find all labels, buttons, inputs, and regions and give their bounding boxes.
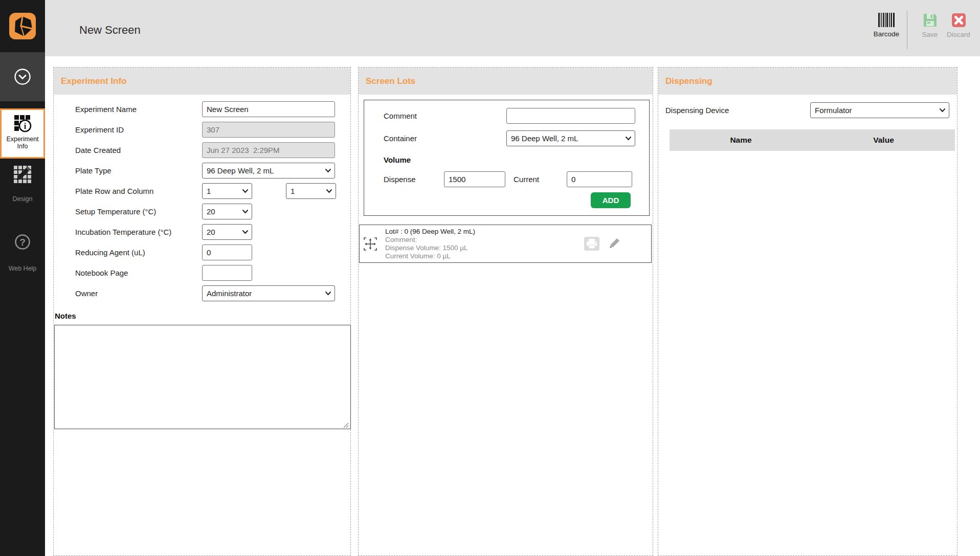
svg-text:?: ? xyxy=(19,237,26,248)
topbar-actions: Barcode Save Discard xyxy=(872,12,973,49)
dispensing-panel-title: Dispensing xyxy=(658,68,957,95)
notes-label: Notes xyxy=(55,312,350,320)
dispense-current-row: Dispense Current xyxy=(364,170,649,188)
column-header-name: Name xyxy=(670,129,812,151)
lot-current-volume: Current Volume: 0 µL xyxy=(385,252,584,260)
sidebar-collapse-button[interactable] xyxy=(0,52,45,101)
pencil-icon xyxy=(608,237,620,250)
plate-type-label: Plate Type xyxy=(75,166,202,175)
sidebar: i Experiment Info Design ? Web Help xyxy=(0,0,45,556)
experiment-info-panel: Experiment Info Experiment Name Experime… xyxy=(53,67,351,556)
app-logo[interactable] xyxy=(0,0,45,52)
plate-design-icon xyxy=(13,165,32,184)
owner-select[interactable]: Administrator xyxy=(202,285,335,301)
svg-text:i: i xyxy=(24,122,27,130)
lot-comment: Comment: xyxy=(385,236,584,244)
plate-row-select[interactable]: 1 xyxy=(202,183,252,199)
app-logo-icon xyxy=(9,12,36,40)
setup-temperature-select[interactable]: 20 xyxy=(202,204,252,219)
discard-button[interactable]: Discard xyxy=(944,12,973,38)
dispensing-table-header: Name Value xyxy=(670,129,955,151)
setup-temperature-row: Setup Temperature (°C) 20 xyxy=(54,201,350,221)
page-title: New Screen xyxy=(79,24,141,37)
topbar-divider xyxy=(907,10,907,49)
plate-type-select[interactable]: 96 Deep Well, 2 mL xyxy=(202,163,335,179)
current-input[interactable] xyxy=(567,171,632,187)
dispense-label: Dispense xyxy=(384,175,444,184)
notebook-page-input[interactable] xyxy=(202,265,252,281)
notebook-page-row: Notebook Page xyxy=(54,262,350,283)
plate-row-column-label: Plate Row and Column xyxy=(75,187,202,195)
edit-lot-button[interactable] xyxy=(608,237,620,250)
top-bar: New Screen Barcode Save xyxy=(45,0,980,56)
save-button[interactable]: Save xyxy=(916,12,944,38)
date-created-input xyxy=(202,142,335,158)
save-icon xyxy=(922,12,938,28)
experiment-id-label: Experiment ID xyxy=(75,125,202,134)
save-label: Save xyxy=(922,31,938,38)
plate-column-select[interactable]: 1 xyxy=(286,183,336,199)
plate-info-icon: i xyxy=(13,114,32,132)
current-label: Current xyxy=(514,175,567,184)
sidebar-item-web-help[interactable]: ? Web Help xyxy=(0,233,45,272)
notebook-page-label: Notebook Page xyxy=(75,269,202,277)
experiment-name-label: Experiment Name xyxy=(75,105,202,114)
dispense-input[interactable] xyxy=(444,171,505,187)
add-lot-button[interactable]: ADD xyxy=(591,192,631,208)
experiment-info-form: Experiment Name Experiment ID Date Creat… xyxy=(54,99,350,303)
sidebar-item-label: Design xyxy=(13,195,33,203)
experiment-name-row: Experiment Name xyxy=(54,99,350,119)
incubation-temperature-label: Incubation Temperature (°C) xyxy=(75,228,202,236)
experiment-info-panel-title: Experiment Info xyxy=(54,68,350,95)
lot-details: Lot# : 0 (96 Deep Well, 2 mL) Comment: D… xyxy=(385,228,584,260)
print-lot-button[interactable] xyxy=(584,237,599,251)
experiment-name-input[interactable] xyxy=(202,101,335,117)
drag-handle-icon[interactable] xyxy=(364,237,377,251)
lot-list-item[interactable]: Lot# : 0 (96 Deep Well, 2 mL) Comment: D… xyxy=(359,225,652,263)
screen-lots-panel-title: Screen Lots xyxy=(359,68,653,95)
comment-input[interactable] xyxy=(506,108,635,124)
reducing-agent-input[interactable] xyxy=(202,244,252,260)
screen-lots-panel: Screen Lots Comment Container 96 Deep We… xyxy=(358,67,653,556)
column-header-value: Value xyxy=(812,129,955,151)
discard-label: Discard xyxy=(947,31,970,38)
experiment-id-row: Experiment ID xyxy=(54,119,350,140)
plate-row-column-row: Plate Row and Column 1 1 xyxy=(54,181,350,201)
printer-icon xyxy=(584,237,599,251)
plate-type-row: Plate Type 96 Deep Well, 2 mL xyxy=(54,160,350,181)
date-created-row: Date Created xyxy=(54,140,350,160)
date-created-label: Date Created xyxy=(75,146,202,154)
dispensing-panel: Dispensing Dispensing Device Formulator … xyxy=(658,67,957,556)
comment-label: Comment xyxy=(384,112,506,120)
container-label: Container xyxy=(384,134,506,143)
owner-label: Owner xyxy=(75,289,202,298)
incubation-temperature-select[interactable]: 20 xyxy=(202,224,252,240)
help-icon: ? xyxy=(14,233,31,251)
lot-title: Lot# : 0 (96 Deep Well, 2 mL) xyxy=(385,228,584,236)
container-select[interactable]: 96 Deep Well, 2 mL xyxy=(506,130,635,146)
dispensing-device-row: Dispensing Device Formulator xyxy=(658,101,957,119)
owner-row: Owner Administrator xyxy=(54,283,350,303)
barcode-button[interactable]: Barcode xyxy=(872,12,901,38)
dispensing-device-label: Dispensing Device xyxy=(665,106,810,115)
lot-entry-box: Comment Container 96 Deep Well, 2 mL Vol… xyxy=(364,100,650,216)
barcode-icon xyxy=(878,12,895,28)
sidebar-item-label: Web Help xyxy=(9,265,37,272)
comment-row: Comment xyxy=(364,106,649,125)
setup-temperature-label: Setup Temperature (°C) xyxy=(75,207,202,216)
volume-label: Volume xyxy=(384,155,411,164)
volume-row: Volume xyxy=(364,154,649,165)
reducing-agent-row: Reducing Agent (uL) xyxy=(54,242,350,262)
container-row: Container 96 Deep Well, 2 mL xyxy=(364,129,649,147)
sidebar-item-experiment-info[interactable]: i Experiment Info xyxy=(0,108,45,159)
incubation-temperature-row: Incubation Temperature (°C) 20 xyxy=(54,221,350,242)
reducing-agent-label: Reducing Agent (uL) xyxy=(75,248,202,257)
experiment-id-input xyxy=(202,122,335,138)
sidebar-item-design[interactable]: Design xyxy=(0,165,45,203)
discard-icon xyxy=(951,12,967,28)
barcode-label: Barcode xyxy=(874,30,899,38)
lot-dispense-volume: Dispense Volume: 1500 µL xyxy=(385,244,584,252)
chevron-down-circle-icon xyxy=(13,68,32,86)
notes-textarea[interactable] xyxy=(54,325,351,429)
dispensing-device-select[interactable]: Formulator xyxy=(810,102,949,118)
